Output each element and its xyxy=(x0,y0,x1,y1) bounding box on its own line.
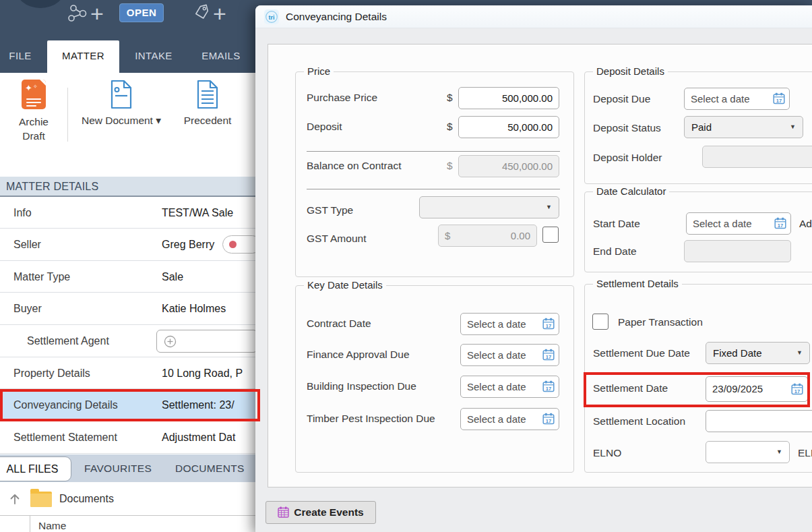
documents-folder-row[interactable]: Documents xyxy=(0,482,256,516)
finance-approval-due-picker[interactable]: Select a date 17 xyxy=(460,344,559,366)
files-tab-favourites[interactable]: FAVOURITES xyxy=(84,454,152,482)
finance-approval-due-label: Finance Approval Due xyxy=(307,349,410,361)
balance-label: Balance on Contract xyxy=(307,160,401,172)
chevron-down-icon: ▼ xyxy=(776,442,782,463)
row-label: Property Details xyxy=(13,357,90,389)
calendar-icon[interactable]: 17 xyxy=(774,217,786,229)
tab-intake[interactable]: INTAKE xyxy=(128,40,179,73)
settlement-location-input[interactable] xyxy=(706,410,812,432)
timber-pest-inspection-due-label: Timber Pest Inspection Due xyxy=(307,413,435,425)
matter-row-settlement-agent[interactable]: Settlement Agent xyxy=(0,325,256,357)
price-group: Price Purchase Price $ 500,000.00 Deposi… xyxy=(295,71,574,277)
matter-row-info[interactable]: Info TEST/WA Sale xyxy=(0,197,256,229)
matter-row-property-details[interactable]: Property Details 10 Long Road, P xyxy=(0,357,256,389)
folder-name: Documents xyxy=(59,482,114,516)
ribbon-toolbar: ✦ ✧ Archie Draft New Document ▾ xyxy=(0,73,256,177)
paper-transaction-checkbox[interactable] xyxy=(592,314,608,330)
key-dates-caption: Key Date Details xyxy=(304,279,386,291)
divider xyxy=(307,151,560,152)
date-placeholder: Select a date xyxy=(467,381,526,392)
svg-text:17: 17 xyxy=(776,98,782,104)
currency-symbol: $ xyxy=(447,92,453,104)
row-label: Conveyancing Details xyxy=(13,389,118,421)
calendar-icon[interactable]: 17 xyxy=(542,413,555,425)
matter-row-matter-type[interactable]: Matter Type Sale xyxy=(0,261,256,293)
add-button[interactable]: Add xyxy=(799,218,812,230)
matter-row-seller[interactable]: Seller Greg Berry xyxy=(0,229,256,261)
calendar-icon[interactable]: 17 xyxy=(542,349,555,361)
calendar-icon[interactable]: 17 xyxy=(791,383,803,395)
calendar-icon[interactable]: 17 xyxy=(773,92,785,105)
date-calculator-caption: Date Calculator xyxy=(593,185,669,197)
calendar-icon[interactable]: 17 xyxy=(542,380,555,392)
gst-type-dropdown[interactable]: ▼ xyxy=(419,196,559,218)
app-logo-circle xyxy=(15,0,66,8)
currency-symbol: $ xyxy=(447,121,453,133)
dialog-titlebar[interactable]: tri Conveyancing Details xyxy=(255,5,812,28)
row-value: 10 Long Road, P xyxy=(162,357,243,389)
building-inspection-due-picker[interactable]: Select a date 17 xyxy=(460,376,559,398)
matter-row-settlement-statement[interactable]: Settlement Statement Adjustment Dat xyxy=(0,421,256,454)
open-button[interactable]: OPEN xyxy=(119,3,164,22)
tab-emails[interactable]: EMAILS xyxy=(194,40,248,73)
settlement-location-label: Settlement Location xyxy=(593,415,685,427)
deposit-due-picker[interactable]: Select a date 17 xyxy=(684,88,790,110)
row-value: Sale xyxy=(162,261,183,293)
calendar-icon[interactable]: 17 xyxy=(542,318,555,330)
files-tabbar: ALL FILES FAVOURITES DOCUMENTS xyxy=(0,454,256,482)
row-value: Greg Berry xyxy=(162,229,214,261)
settlement-date-picker[interactable]: 23/09/2025 17 xyxy=(706,376,808,402)
files-tab-all[interactable]: ALL FILES xyxy=(0,456,71,481)
start-date-label: Start Date xyxy=(593,218,640,230)
date-placeholder: Select a date xyxy=(467,318,526,330)
matter-row-buyer[interactable]: Buyer Katie Holmes xyxy=(0,293,256,325)
up-directory-icon[interactable] xyxy=(8,492,22,506)
files-tab-documents[interactable]: DOCUMENTS xyxy=(175,454,245,482)
create-events-button[interactable]: Create Events xyxy=(266,501,376,524)
matter-row-conveyancing-details[interactable]: Conveyancing Details Settlement: 23/ xyxy=(0,389,256,421)
elno-dropdown[interactable]: ▼ xyxy=(706,441,790,463)
deposit-details-group: Deposit Details Deposit Due Select a dat… xyxy=(584,71,812,184)
timber-pest-inspection-due-picker[interactable]: Select a date 17 xyxy=(460,408,559,430)
date-placeholder: Select a date xyxy=(691,93,750,105)
svg-text:17: 17 xyxy=(778,223,783,229)
gst-amount-checkbox[interactable] xyxy=(542,227,559,243)
settlement-due-date-dropdown[interactable]: Fixed Date ▼ xyxy=(706,342,810,364)
purchase-price-input[interactable]: 500,000.00 xyxy=(458,87,559,109)
svg-text:17: 17 xyxy=(794,388,800,394)
tri-logo-icon: tri xyxy=(264,9,279,24)
tab-file[interactable]: FILE xyxy=(0,40,40,73)
date-calculator-group: Date Calculator Start Date Select a date… xyxy=(584,191,812,272)
currency-symbol: $ xyxy=(447,160,453,172)
new-document-button[interactable]: New Document ▾ xyxy=(80,80,163,127)
deposit-status-dropdown[interactable]: Paid ▼ xyxy=(684,116,803,138)
conveyancing-details-dialog: tri Conveyancing Details Price Purchase … xyxy=(255,5,812,532)
settlement-date-value: 23/09/2025 xyxy=(712,383,763,394)
add-relationship-icon[interactable]: + xyxy=(90,0,104,27)
create-events-calendar-icon xyxy=(278,506,289,518)
svg-text:17: 17 xyxy=(546,323,551,329)
folder-icon xyxy=(30,492,52,507)
currency-symbol: $ xyxy=(445,225,450,246)
share-icon[interactable] xyxy=(67,4,90,24)
column-name[interactable]: Name xyxy=(38,520,66,532)
chevron-down-icon: ▼ xyxy=(546,197,552,218)
settlement-agent-field[interactable] xyxy=(156,330,257,353)
row-label: Settlement Statement xyxy=(13,421,117,454)
precedent-button[interactable]: Precedent xyxy=(167,80,248,127)
settlement-date-label: Settlement Date xyxy=(593,382,668,394)
dialog-title: Conveyancing Details xyxy=(286,5,387,28)
add-tag-icon[interactable]: + xyxy=(213,0,226,27)
archie-draft-button[interactable]: ✦ ✧ Archie Draft xyxy=(5,80,62,143)
tab-matter[interactable]: MATTER xyxy=(47,40,119,73)
new-document-icon xyxy=(110,80,133,109)
start-date-picker[interactable]: Select a date 17 xyxy=(686,212,791,235)
row-label: Buyer xyxy=(13,293,42,325)
deposit-input[interactable]: 50,000.00 xyxy=(458,116,559,138)
deposit-holder-input[interactable] xyxy=(702,146,812,168)
archie-draft-icon: ✦ ✧ xyxy=(22,80,46,109)
price-caption: Price xyxy=(304,65,334,77)
tag-icon[interactable] xyxy=(193,3,213,24)
archie-draft-label: Archie xyxy=(5,115,62,129)
contract-date-picker[interactable]: Select a date 17 xyxy=(460,313,559,335)
